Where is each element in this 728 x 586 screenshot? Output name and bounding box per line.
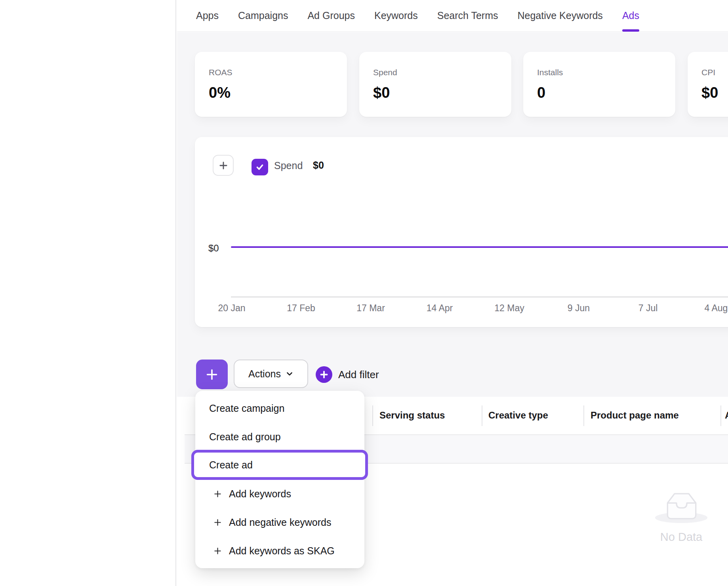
left-panel	[0, 0, 176, 586]
metric-label: ROAS	[209, 68, 233, 77]
plus-icon	[218, 160, 229, 171]
x-tick: 9 Jun	[568, 303, 590, 314]
add-filter-button[interactable]: Add filter	[316, 363, 379, 386]
x-tick: 14 Apr	[427, 303, 453, 314]
metric-label: Spend	[373, 68, 397, 77]
column-separator	[720, 405, 721, 426]
y-axis-label: $0	[208, 243, 219, 254]
tab-apps[interactable]: Apps	[196, 0, 219, 32]
empty-state-label: No Data	[660, 531, 702, 544]
plus-icon	[213, 518, 222, 527]
column-header-serving-status[interactable]: Serving status	[379, 410, 445, 421]
column-separator	[372, 405, 373, 426]
column-separator	[583, 405, 584, 426]
actions-button-label: Actions	[248, 368, 281, 380]
menu-item-create-ad-group[interactable]: Create ad group	[195, 422, 364, 451]
metric-card-spend: Spend $0	[359, 52, 511, 117]
metric-card-cpi: CPI $0	[688, 52, 728, 117]
tab-ads[interactable]: Ads	[622, 0, 639, 32]
spend-chart-card: Spend $0 $0 20 Jan 17 Feb 17 Mar 14 Apr …	[195, 137, 728, 327]
menu-item-label: Add keywords	[229, 488, 291, 500]
add-metric-button[interactable]	[213, 155, 234, 176]
plus-icon	[213, 489, 222, 498]
create-new-button[interactable]	[196, 360, 228, 389]
plus-icon	[213, 546, 222, 556]
tab-search-terms[interactable]: Search Terms	[437, 0, 498, 32]
checkmark-icon	[255, 162, 265, 172]
add-filter-label: Add filter	[338, 369, 379, 381]
spend-series-checkbox[interactable]	[252, 159, 268, 175]
x-tick: 4 Aug	[705, 303, 728, 314]
empty-inbox-icon	[663, 489, 700, 521]
x-axis-line	[231, 297, 728, 297]
metric-value: $0	[373, 84, 390, 101]
tab-campaigns[interactable]: Campaigns	[238, 0, 288, 32]
actions-dropdown-button[interactable]: Actions	[234, 360, 308, 388]
menu-item-add-negative-keywords[interactable]: Add negative keywords	[195, 508, 364, 537]
x-tick: 12 May	[494, 303, 524, 314]
column-separator	[482, 405, 482, 426]
menu-item-create-ad[interactable]: Create ad	[191, 450, 368, 480]
column-header-creative-type[interactable]: Creative type	[488, 410, 548, 421]
x-tick: 7 Jul	[638, 303, 658, 314]
legend-series-value: $0	[313, 160, 324, 171]
tab-ad-groups[interactable]: Ad Groups	[307, 0, 355, 32]
menu-item-label: Add keywords as SKAG	[229, 545, 335, 557]
column-header-product-page-name[interactable]: Product page name	[591, 410, 679, 421]
menu-item-add-keywords[interactable]: Add keywords	[195, 479, 364, 508]
spend-line-series	[231, 246, 728, 248]
plus-circle-icon	[316, 366, 332, 383]
metric-value: 0%	[209, 84, 231, 101]
chevron-down-icon	[286, 370, 293, 378]
column-header-truncated[interactable]: A	[725, 410, 728, 421]
legend-series-label: Spend	[274, 160, 303, 171]
menu-item-label: Add negative keywords	[229, 517, 331, 528]
x-tick: 17 Mar	[356, 303, 385, 314]
menu-item-create-campaign[interactable]: Create campaign	[195, 394, 364, 422]
tab-negative-keywords[interactable]: Negative Keywords	[517, 0, 602, 32]
metric-value: $0	[701, 84, 718, 101]
metric-value: 0	[537, 84, 545, 101]
plus-icon	[205, 367, 219, 382]
metric-label: CPI	[701, 68, 715, 77]
x-tick: 17 Feb	[287, 303, 315, 314]
metric-card-roas: ROAS 0%	[195, 52, 347, 117]
tab-keywords[interactable]: Keywords	[374, 0, 418, 32]
menu-item-add-keywords-as-skag[interactable]: Add keywords as SKAG	[195, 537, 364, 565]
metric-card-installs: Installs 0	[523, 52, 675, 117]
x-tick: 20 Jan	[218, 303, 245, 314]
metric-label: Installs	[537, 68, 563, 77]
top-navigation: Apps Campaigns Ad Groups Keywords Search…	[177, 0, 728, 32]
